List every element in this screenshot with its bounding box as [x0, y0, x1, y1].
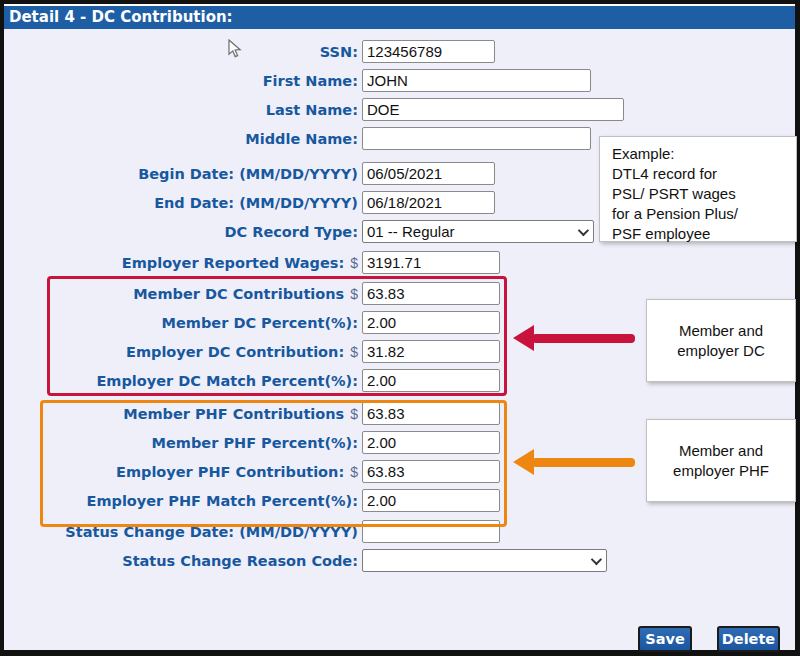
chevron-down-icon	[591, 553, 602, 564]
window-frame: Detail 4 - DC Contribution: SSN:First Na…	[0, 0, 800, 656]
field-label: Employer Reported Wages:$	[4, 255, 358, 271]
field-label: Member PHF Contributions$	[4, 406, 358, 422]
form-row-employer-phf-match-percent: Employer PHF Match Percent(%):	[4, 486, 624, 515]
field-label: End Date: (MM/DD/YYYY)	[4, 195, 358, 211]
form-row-end-date: End Date: (MM/DD/YYYY)	[4, 188, 624, 217]
select-value: 01 -- Regular	[367, 223, 455, 240]
form-row-status-change-reason-code: Status Change Reason Code:	[4, 546, 624, 575]
form-row-employer-reported-wages: Employer Reported Wages:$	[4, 248, 624, 277]
phf-arrow-icon	[513, 449, 635, 475]
field-label: Member PHF Percent(%):	[4, 435, 358, 451]
form-row-middle-name: Middle Name:	[4, 124, 624, 153]
field-label: Employer PHF Match Percent(%):	[4, 493, 358, 509]
chevron-down-icon	[578, 224, 589, 235]
ssn-input[interactable]	[362, 40, 495, 63]
employer-phf-match-percent-input[interactable]	[362, 489, 500, 512]
field-label: Employer PHF Contribution:$	[4, 464, 358, 480]
field-label: Status Change Date: (MM/DD/YYYY)	[4, 524, 358, 540]
field-label: First Name:	[4, 73, 358, 89]
field-label: Begin Date: (MM/DD/YYYY)	[4, 166, 358, 182]
delete-button[interactable]: Delete	[717, 626, 780, 652]
field-label-text: Member PHF Contributions	[123, 406, 344, 422]
field-label-text: Member PHF Percent(%):	[152, 435, 358, 451]
first-name-input[interactable]	[362, 69, 591, 92]
employer-phf-contribution-input[interactable]	[362, 460, 500, 483]
field-label-text: SSN:	[320, 44, 358, 60]
member-phf-percent-input[interactable]	[362, 431, 500, 454]
currency-symbol: $	[350, 406, 358, 422]
currency-symbol: $	[350, 464, 358, 480]
form-row-first-name: First Name:	[4, 66, 624, 95]
field-label: Member DC Percent(%):	[4, 315, 358, 331]
field-label-text: Middle Name:	[245, 131, 358, 147]
form-row-last-name: Last Name:	[4, 95, 624, 124]
dc-callout-note: Member and employer DC	[646, 299, 796, 382]
form-row-member-phf-contributions: Member PHF Contributions$	[4, 399, 624, 428]
field-label: Employer DC Match Percent(%):	[4, 373, 358, 389]
field-label: Middle Name:	[4, 131, 358, 147]
form-row-employer-dc-match-percent: Employer DC Match Percent(%):	[4, 366, 624, 395]
member-phf-contributions-input[interactable]	[362, 402, 500, 425]
form-row-ssn: SSN:	[4, 37, 624, 66]
page-title: Detail 4 - DC Contribution:	[4, 4, 795, 29]
field-label: SSN:	[4, 44, 358, 60]
last-name-input[interactable]	[362, 98, 624, 121]
currency-symbol: $	[350, 286, 358, 302]
currency-symbol: $	[350, 344, 358, 360]
field-label-text: Employer PHF Contribution:	[116, 464, 344, 480]
field-label-text: Status Change Reason Code:	[122, 553, 358, 569]
field-label-text: Employer DC Contribution:	[126, 344, 344, 360]
example-note: Example: DTL4 record for PSL/ PSRT wages…	[599, 136, 797, 242]
employer-dc-match-percent-input[interactable]	[362, 369, 500, 392]
field-label-text: Status Change Date: (MM/DD/YYYY)	[65, 524, 358, 540]
begin-date-input[interactable]	[362, 162, 495, 185]
field-label-text: Member DC Percent(%):	[162, 315, 358, 331]
status-change-date-input[interactable]	[362, 520, 500, 543]
field-label-text: DC Record Type:	[225, 224, 359, 240]
field-label: Last Name:	[4, 102, 358, 118]
field-label: Member DC Contributions$	[4, 286, 358, 302]
form-row-status-change-date: Status Change Date: (MM/DD/YYYY)	[4, 517, 624, 546]
form-row-begin-date: Begin Date: (MM/DD/YYYY)	[4, 159, 624, 188]
dc-record-type-select[interactable]: 01 -- Regular	[362, 220, 594, 243]
detail4-form-page: Detail 4 - DC Contribution: SSN:First Na…	[4, 4, 795, 650]
member-dc-percent-input[interactable]	[362, 311, 500, 334]
member-dc-contributions-input[interactable]	[362, 282, 500, 305]
field-label-text: Begin Date: (MM/DD/YYYY)	[138, 166, 358, 182]
save-button[interactable]: Save	[638, 626, 692, 652]
currency-symbol: $	[350, 255, 358, 271]
status-change-reason-code-select[interactable]	[362, 549, 607, 572]
form-row-dc-record-type: DC Record Type:01 -- Regular	[4, 217, 624, 246]
form-rows: SSN:First Name:Last Name:Middle Name:Beg…	[4, 37, 624, 575]
field-label-text: Member DC Contributions	[133, 286, 344, 302]
form-row-member-dc-contributions: Member DC Contributions$	[4, 279, 624, 308]
employer-dc-contribution-input[interactable]	[362, 340, 500, 363]
field-label: Employer DC Contribution:$	[4, 344, 358, 360]
dc-arrow-icon	[513, 325, 635, 351]
field-label-text: Employer PHF Match Percent(%):	[86, 493, 358, 509]
phf-callout-note: Member and employer PHF	[646, 419, 796, 502]
field-label-text: End Date: (MM/DD/YYYY)	[154, 195, 358, 211]
field-label-text: First Name:	[263, 73, 358, 89]
field-label: DC Record Type:	[4, 224, 358, 240]
field-label: Status Change Reason Code:	[4, 553, 358, 569]
field-label-text: Employer Reported Wages:	[122, 255, 344, 271]
employer-reported-wages-input[interactable]	[362, 251, 500, 274]
end-date-input[interactable]	[362, 191, 495, 214]
field-label-text: Employer DC Match Percent(%):	[96, 373, 358, 389]
middle-name-input[interactable]	[362, 127, 591, 150]
field-label-text: Last Name:	[266, 102, 358, 118]
